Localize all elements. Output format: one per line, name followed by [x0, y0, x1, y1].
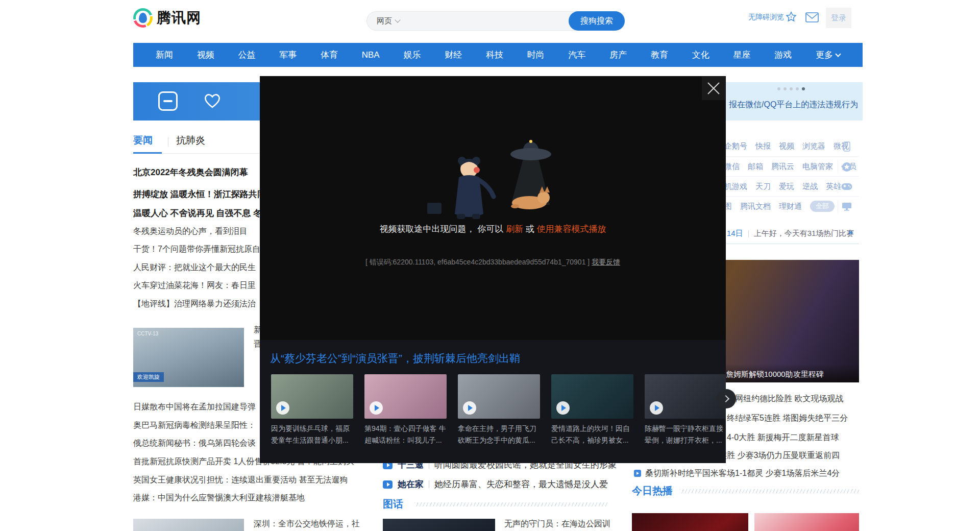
section-divider — [414, 502, 607, 506]
headline[interactable]: 俄总统新闻秘书：俄乌第四轮会谈 — [133, 438, 256, 449]
nav-item-nba[interactable]: NBA — [362, 50, 380, 60]
nav-item-video[interactable]: 视频 — [197, 49, 214, 61]
monitor-icon[interactable] — [838, 200, 855, 213]
nav-item-culture[interactable]: 文化 — [692, 49, 709, 61]
photo-caption[interactable]: 无声的守门员：在海边公园训 — [504, 519, 610, 529]
service-link[interactable]: 视频 — [779, 141, 794, 151]
mail-icon[interactable] — [805, 12, 819, 25]
nav-item-military[interactable]: 军事 — [279, 49, 297, 61]
all-services-pill[interactable]: 全部 — [810, 201, 835, 212]
search-input[interactable] — [407, 12, 569, 30]
sports-headline[interactable]: 桑切斯补时绝平国米客场1-1都灵 少赛1场落后米兰4分 — [645, 468, 840, 479]
hot-video-thumb[interactable] — [632, 513, 748, 531]
video-card[interactable]: 爱情道路上的坎坷！因自己长不高，袖珍男被女... — [551, 374, 633, 446]
video-card[interactable]: 拿命在主持，男子用飞刀砍断王为念手中的黄瓜... — [458, 374, 540, 446]
service-link[interactable]: 天刀 — [755, 182, 771, 191]
carousel-next-button[interactable] — [717, 389, 736, 408]
headline[interactable]: 火车穿过油菜花海！网友：春日里 — [133, 280, 256, 291]
feedback-link[interactable]: 我要反馈 — [592, 258, 620, 266]
service-link[interactable]: 理财通 — [779, 202, 802, 211]
headline[interactable]: 温暖人心 不舍说再见 自强不息 冬奥 — [133, 207, 271, 219]
banner-dots[interactable] — [777, 87, 805, 90]
news-photo-shenzhen[interactable] — [133, 519, 244, 531]
service-link[interactable]: 逆战 — [802, 182, 818, 191]
news-photo-navy[interactable]: CCTV-13 欢迎凯旋 — [133, 328, 244, 387]
login-button[interactable]: 登录 — [826, 8, 851, 28]
section-divider — [680, 489, 859, 493]
sports-headline[interactable]: 终结绿军5连胜 塔图姆失绝平三分 — [727, 413, 848, 424]
sports-status-bar[interactable]: 14日 上午好，今天有31场热门比赛 — [727, 229, 854, 238]
headline[interactable]: 干货！7个问题带你弄懂新冠抗原自 — [133, 244, 260, 255]
nav-item-sports[interactable]: 体育 — [321, 49, 338, 61]
phone-icon[interactable] — [838, 140, 855, 153]
service-link[interactable]: 快报 — [755, 141, 771, 151]
headline[interactable]: 港媒：中国为什么应警惕澳大利亚建核潜艇基地 — [133, 493, 305, 503]
nav-item-finance[interactable]: 财经 — [445, 49, 462, 61]
play-icon — [556, 401, 570, 415]
cctv-watermark: CCTV-13 — [137, 331, 158, 336]
video-card[interactable]: 第94期：壹心四子做客 牛超喊话粉丝：叫我儿子... — [364, 374, 447, 446]
banner-text[interactable]: 报在微信/QQ平台上的违法违规行为 — [729, 100, 858, 110]
headline[interactable]: 北京2022年冬残奥会圆满闭幕 — [133, 166, 248, 178]
nav-item-house[interactable]: 房产 — [609, 49, 627, 61]
nav-item-games[interactable]: 游戏 — [774, 49, 792, 61]
sports-more-arrow[interactable]: » — [848, 228, 851, 237]
section-title-pictures[interactable]: 图话 — [383, 497, 403, 511]
photo-goalkeeper[interactable] — [383, 519, 495, 531]
service-link[interactable]: 企鹅号 — [724, 141, 747, 151]
chevron-right-icon — [722, 395, 729, 402]
gamepad-icon[interactable] — [838, 180, 855, 193]
service-link[interactable]: 爱玩 — [779, 182, 794, 191]
video-card[interactable]: 陈赫瞥一眼宁静衣柜直接晕倒，谢娜打开衣柜，... — [645, 374, 726, 446]
refresh-link[interactable]: 刷新 — [506, 224, 523, 234]
headline[interactable]: 【地评线】治理网络暴力还须法治 — [133, 299, 256, 309]
nav-item-fashion[interactable]: 时尚 — [527, 49, 545, 61]
video-column-tag[interactable]: 她在家 — [398, 478, 424, 490]
related-video-title[interactable]: 从“蔡少芬老公”到“演员张晋”，披荆斩棘后他亮剑出鞘 — [270, 351, 520, 366]
nav-item-charity[interactable]: 公益 — [238, 49, 256, 61]
favorites-star-icon[interactable] — [785, 11, 797, 25]
nav-item-auto[interactable]: 汽车 — [568, 49, 585, 61]
service-link[interactable]: 微信 — [724, 162, 740, 172]
headline[interactable]: 拼搏绽放 温暖永恒！浙江探路共同 — [133, 188, 266, 200]
nav-item-tech[interactable]: 科技 — [486, 49, 503, 61]
chevron-down-icon — [395, 17, 400, 22]
section-title-hot-today[interactable]: 今日热播 — [632, 484, 673, 498]
sports-headline[interactable]: 4-0大胜 新援梅开二度新星首球 — [727, 432, 839, 443]
video-card[interactable]: 因为要训练乒乓球，福原爱童年生活跟普通小朋... — [271, 374, 353, 446]
headline[interactable]: 奥巴马新冠病毒检测结果呈阳性： — [133, 420, 256, 431]
divider — [429, 480, 429, 488]
video-news-row[interactable]: 她在家 她经历暴富、失恋和整容，最大遗憾是没人爱 — [383, 478, 608, 490]
sports-headline[interactable]: 篮网纽约德比险胜 欧文现场观战 — [727, 394, 843, 404]
main-nav: 新闻 视频 公益 军事 体育 NBA 娱乐 财经 科技 时尚 汽车 房产 教育 … — [133, 43, 863, 67]
search-button[interactable]: 搜狗搜索 — [569, 11, 625, 31]
video-thumbnail — [271, 374, 353, 419]
headline[interactable]: 人民财评：把就业这个最大的民生 — [133, 262, 256, 273]
nav-item-ent[interactable]: 娱乐 — [403, 49, 421, 61]
service-link[interactable]: 邮箱 — [748, 162, 763, 172]
service-link[interactable]: 电脑管家 — [802, 162, 833, 172]
headline[interactable]: 冬残奥运动员的心声，看到泪目 — [133, 226, 248, 237]
search-scope-select[interactable]: 网页 — [367, 16, 407, 26]
modal-close-button[interactable] — [702, 77, 725, 100]
vip-star-icon[interactable] — [838, 160, 855, 173]
service-link[interactable]: 浏览器 — [802, 141, 825, 151]
service-link[interactable]: 腾讯云 — [771, 162, 794, 172]
headline[interactable]: 英国女王健康状况引担忧：连续退出重要活动 甚至无法遛狗 — [133, 475, 348, 486]
tab-anti-epidemic[interactable]: 抗肺炎 — [176, 134, 205, 147]
nav-item-edu[interactable]: 教育 — [651, 49, 668, 61]
accessibility-link[interactable]: 无障碍浏览 — [748, 13, 784, 22]
video-error-message: 视频获取途中出现问题， 你可以 刷新 或 使用兼容模式播放 — [260, 223, 726, 235]
nav-item-astro[interactable]: 星座 — [733, 49, 750, 61]
video-row-title[interactable]: 她经历暴富、失恋和整容，最大遗憾是没人爱 — [434, 478, 608, 490]
compat-mode-link[interactable]: 使用兼容模式播放 — [536, 224, 606, 234]
headline[interactable]: 日媒散布中国将在孟加拉国建导弹 — [133, 402, 256, 413]
service-link[interactable]: 机游戏 — [724, 182, 747, 191]
nav-more[interactable]: 更多 — [816, 49, 840, 61]
tab-top-news[interactable]: 要闻 — [133, 134, 153, 147]
hot-video-thumb[interactable] — [754, 513, 859, 531]
site-logo[interactable]: 腾讯网 — [133, 8, 201, 28]
service-link[interactable]: 腾讯文档 — [740, 202, 771, 211]
nav-item-news[interactable]: 新闻 — [156, 49, 173, 61]
headline[interactable]: 深圳：全市公交地铁停运，社 — [254, 519, 360, 529]
